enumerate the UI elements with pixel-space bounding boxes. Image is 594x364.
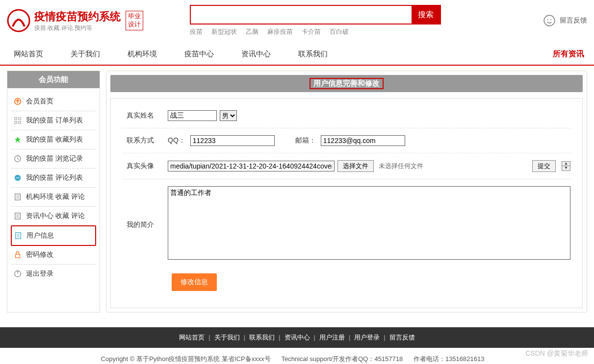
logo: 疫情疫苗预约系统 疫苗.收藏.评论.预约等 毕业 设计 — [7, 9, 143, 32]
main-nav: 网站首页关于我们机构环境疫苗中心资讯中心联系我们 所有资讯 — [0, 41, 594, 66]
sidebar-item-label: 退出登录 — [26, 269, 53, 278]
sidebar: 会员功能 会员首页我的疫苗 订单列表我的疫苗 收藏列表我的疫苗 浏览记录我的疫苗… — [7, 71, 100, 313]
name-label: 真实姓名 — [123, 111, 168, 120]
search-button[interactable]: 搜索 — [412, 6, 440, 24]
doc-icon — [13, 212, 22, 220]
footer-nav: 网站首页|关于我们|联系我们|资讯中心|用户注册|用户登录|留言反馈 — [0, 327, 594, 348]
sidebar-item-label: 我的疫苗 收藏列表 — [26, 135, 83, 144]
comment-icon — [13, 173, 22, 182]
grid-icon — [13, 116, 22, 125]
email-input[interactable] — [321, 135, 405, 146]
submit-button[interactable]: 提交 — [532, 160, 556, 172]
sidebar-item-label: 会员首页 — [26, 97, 53, 106]
svg-point-3 — [550, 19, 551, 20]
sidebar-item[interactable]: 机构环境 收藏 评论 — [11, 188, 96, 207]
site-title: 疫情疫苗预约系统 — [34, 9, 121, 24]
modify-button[interactable]: 修改信息 — [172, 273, 217, 291]
footer-link[interactable]: 用户注册 — [319, 334, 345, 341]
sidebar-item-label: 资讯中心 收藏 评论 — [26, 212, 85, 220]
search-input[interactable] — [191, 6, 412, 24]
site-subtitle: 疫苗.收藏.评论.预约等 — [34, 24, 121, 32]
svg-rect-5 — [15, 118, 17, 120]
svg-rect-26 — [16, 254, 20, 258]
sidebar-title: 会员功能 — [7, 71, 100, 88]
search-box: 搜索 — [190, 5, 441, 24]
logo-icon — [7, 9, 30, 32]
search-tags: 疫苗新型冠状乙脑麻疹疫苗卡介苗百白破 — [190, 27, 441, 36]
lock-icon — [13, 250, 22, 259]
footer-link[interactable]: 网站首页 — [179, 334, 205, 341]
search-tag[interactable]: 百白破 — [330, 28, 349, 35]
footer-link[interactable]: 用户登录 — [354, 334, 380, 341]
contact-label: 联系方式 — [123, 136, 168, 145]
clock-icon — [13, 154, 22, 163]
svg-point-13 — [19, 177, 20, 178]
stepper-down-icon[interactable]: ▼ — [562, 166, 570, 170]
svg-point-1 — [544, 15, 555, 26]
svg-rect-7 — [15, 121, 17, 123]
home-icon — [13, 97, 22, 106]
qq-input[interactable] — [190, 135, 275, 146]
nav-item[interactable]: 关于我们 — [57, 44, 114, 65]
sidebar-item[interactable]: 资讯中心 收藏 评论 — [11, 207, 96, 226]
svg-point-12 — [17, 177, 18, 178]
svg-point-2 — [547, 19, 548, 20]
sidebar-item[interactable]: 我的疫苗 评论列表 — [11, 169, 96, 188]
email-label: 邮箱： — [295, 136, 316, 145]
svg-rect-6 — [19, 118, 21, 120]
headset-icon — [543, 14, 556, 27]
svg-rect-8 — [19, 121, 21, 123]
search-tag[interactable]: 卡介苗 — [302, 28, 321, 35]
badge: 毕业 设计 — [126, 11, 143, 30]
search-tag[interactable]: 麻疹疫苗 — [267, 28, 293, 35]
sidebar-item-label: 我的疫苗 订单列表 — [26, 116, 83, 125]
sidebar-item[interactable]: 退出登录 — [11, 265, 96, 283]
intro-label: 我的简介 — [123, 186, 168, 229]
avatar-path-input[interactable] — [168, 161, 335, 171]
nav-item[interactable]: 联系我们 — [284, 44, 341, 65]
nav-all-news[interactable]: 所有资讯 — [553, 49, 594, 59]
sidebar-item[interactable]: 我的疫苗 收藏列表 — [11, 130, 96, 149]
sidebar-item-label: 我的疫苗 评论列表 — [26, 173, 83, 182]
star-icon — [13, 135, 22, 144]
footer-link[interactable]: 留言反馈 — [389, 334, 415, 341]
search-tag[interactable]: 新型冠状 — [211, 28, 237, 35]
nav-item[interactable]: 疫苗中心 — [171, 44, 228, 65]
sidebar-item[interactable]: 我的疫苗 订单列表 — [11, 111, 96, 130]
nav-item[interactable]: 机构环境 — [114, 44, 171, 65]
gender-select[interactable]: 男 — [220, 110, 237, 121]
sidebar-item-label: 我的疫苗 浏览记录 — [26, 154, 83, 163]
footer-link[interactable]: 资讯中心 — [284, 334, 310, 341]
footer-link[interactable]: 关于我们 — [214, 334, 240, 341]
intro-textarea[interactable] — [168, 186, 570, 260]
sidebar-item[interactable]: 密码修改 — [11, 245, 96, 265]
sidebar-item-label: 用户信息 — [26, 231, 54, 240]
file-status: 未选择任何文件 — [379, 162, 423, 170]
power-icon — [13, 269, 22, 278]
sidebar-item-label: 密码修改 — [26, 250, 53, 259]
sidebar-item[interactable]: 会员首页 — [11, 92, 96, 111]
sidebar-item[interactable]: 用户信息 — [11, 225, 96, 246]
doc-icon — [13, 193, 22, 201]
footer-link[interactable]: 联系我们 — [249, 334, 275, 341]
copyright: Copyright © 基于Python疫情疫苗预约系统 某省ICP备xxxx号… — [0, 348, 594, 364]
name-input[interactable] — [168, 110, 217, 121]
search-tag[interactable]: 疫苗 — [190, 28, 203, 35]
panel-title: 用户信息完善和修改 — [110, 75, 583, 92]
svg-point-11 — [16, 177, 17, 178]
search-tag[interactable]: 乙脑 — [246, 28, 258, 35]
nav-item[interactable]: 网站首页 — [0, 44, 57, 65]
choose-file-button[interactable]: 选择文件 — [337, 160, 374, 172]
watermark: CSDN @黄菊华老师 — [525, 349, 588, 358]
stepper[interactable]: ▲▼ — [562, 161, 570, 171]
sidebar-item-label: 机构环境 收藏 评论 — [26, 193, 85, 201]
nav-item[interactable]: 资讯中心 — [228, 44, 284, 65]
qq-label: QQ： — [168, 136, 185, 145]
feedback-link[interactable]: 留言反馈 — [543, 14, 587, 27]
content-panel: 用户信息完善和修改 真实姓名 男 联系方式 QQ： 邮箱： — [106, 71, 587, 313]
sidebar-item[interactable]: 我的疫苗 浏览记录 — [11, 149, 96, 169]
doc-icon — [14, 231, 23, 240]
avatar-label: 真实头像 — [123, 162, 168, 170]
